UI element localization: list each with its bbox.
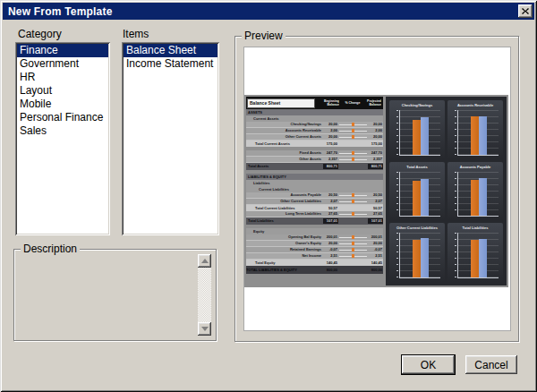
table-row: Total Equity140,45140,45 (246, 260, 383, 266)
beginning-balance-value: 175,00 (323, 142, 338, 146)
table-row: Current Liabilities (246, 186, 383, 192)
dialog-new-from-template: New From Template Category Items Finance… (0, 0, 537, 392)
projected-balance-value: 140,45 (368, 261, 383, 265)
close-button[interactable] (518, 4, 533, 18)
beginning-bar (471, 180, 479, 217)
chart-plot-area (399, 233, 440, 278)
change-slider (338, 192, 368, 198)
mini-bar-chart: Checking/Savings (389, 100, 445, 159)
description-groupbox: Description (13, 249, 217, 341)
beginning-bar (413, 181, 421, 217)
table-row: Accounts Payable20,5020,50 (246, 192, 383, 199)
table-row: Accounts Receivable2,002,00 (246, 128, 383, 134)
table-row: LIABILITIES & EQUITY (246, 174, 383, 180)
table-row: Owner's Equity20,0020,00 (246, 241, 383, 247)
row-label: Total Current Liabilities (246, 207, 323, 210)
items-list-item[interactable]: Balance Sheet (124, 44, 217, 57)
projected-bar (421, 238, 429, 277)
table-row: Liabilities (246, 180, 383, 186)
close-icon (522, 8, 529, 14)
column-header: % Change (342, 101, 363, 105)
table-row: Checking/Savings20,0020,00 (246, 122, 383, 128)
mini-bar-chart: Accounts Receivable (448, 100, 503, 159)
row-label: Fixed Assets (246, 151, 323, 155)
chart-plot-area (399, 110, 440, 156)
category-list-item[interactable]: Finance (17, 44, 108, 57)
projected-balance-value: 20,00 (368, 123, 383, 126)
cancel-button[interactable]: Cancel (465, 355, 517, 374)
projected-bar (421, 179, 429, 217)
row-label: Equity (246, 230, 383, 234)
table-row: Total Current Assets175,00175,00 (246, 141, 383, 147)
mini-bar-chart: Total Assets (389, 162, 445, 221)
description-scrollbar[interactable] (198, 254, 211, 336)
table-title: Balance Sheet (247, 98, 315, 108)
chart-plot-area (457, 172, 499, 217)
change-slider (338, 217, 368, 225)
column-header: Beginning Balance (320, 99, 339, 107)
row-label: ASSETS (246, 111, 383, 115)
projected-balance-value: 2,357 (368, 158, 383, 161)
scroll-up-button[interactable] (198, 254, 211, 268)
chart-title: Other Current Liabilities (392, 225, 442, 232)
category-list-item[interactable]: Personal Finance (17, 111, 108, 124)
change-slider (338, 163, 368, 170)
charts-panel: Checking/SavingsAccounts ReceivableTotal… (386, 97, 507, 285)
row-label: Total Liabilities (246, 219, 323, 223)
projected-bar (479, 116, 487, 155)
row-label: TOTAL LIABILITIES & EQUITY (246, 268, 323, 272)
mini-bar-chart: Accounts Payable (448, 162, 503, 221)
change-slider (338, 266, 368, 274)
column-header: Projected Balance (363, 99, 381, 107)
category-list-item[interactable]: HR (17, 71, 108, 84)
row-label: Retained Earnings (246, 248, 323, 251)
balance-sheet-table: Balance SheetBeginning Balance% ChangePr… (246, 97, 383, 285)
beginning-balance-value: 20,00 (323, 242, 338, 245)
items-list-item[interactable]: Income Statement (124, 57, 217, 71)
arrow-down-icon (201, 327, 209, 331)
table-row: Equity (246, 228, 383, 234)
titlebar[interactable]: New From Template (3, 3, 534, 20)
row-label: Other Current Liabilities (246, 200, 323, 203)
projected-balance-value: 800,00 (368, 268, 383, 272)
items-listbox[interactable]: Balance SheetIncome Statement (122, 42, 219, 235)
row-label: Total Current Assets (246, 142, 323, 146)
beginning-bar (471, 116, 479, 155)
change-slider (338, 134, 368, 140)
table-row: Total Assets800,71800,71 (246, 163, 383, 170)
change-slider (338, 122, 368, 127)
template-preview-image: Balance SheetBeginning Balance% ChangePr… (244, 95, 508, 287)
change-slider (338, 141, 368, 147)
category-list-item[interactable]: Sales (17, 124, 108, 138)
beginning-balance-value: 800,00 (323, 268, 338, 272)
beginning-balance-value: 2,00 (323, 129, 338, 132)
table-row: Current Assets (246, 115, 383, 122)
scrollbar-track[interactable] (198, 268, 211, 322)
change-slider (338, 157, 368, 162)
ok-button[interactable]: OK (401, 354, 456, 375)
change-slider (338, 211, 368, 217)
beginning-balance-value: 2,07 (323, 200, 338, 203)
projected-balance-value: 20,00 (368, 135, 383, 139)
table-row: Other Current Assets20,0020,00 (246, 134, 383, 141)
projected-balance-value: 200,01 (368, 235, 383, 239)
change-slider (338, 247, 368, 252)
category-list-item[interactable]: Layout (17, 84, 108, 98)
category-listbox[interactable]: FinanceGovernmentHRLayoutMobilePersonal … (15, 42, 110, 235)
row-label: Total Equity (246, 261, 323, 265)
category-list-item[interactable]: Government (17, 57, 108, 71)
scroll-down-button[interactable] (198, 322, 211, 336)
row-label: Opening Bal Equity (246, 235, 323, 239)
category-list-item[interactable]: Mobile (17, 98, 108, 111)
projected-balance-value: 2,07 (368, 200, 383, 203)
table-row: Net Income2,512,51 (246, 253, 383, 260)
row-label: Other Assets (246, 158, 323, 161)
beginning-balance-value: 800,71 (323, 164, 338, 169)
change-slider (338, 199, 368, 204)
row-label: Checking/Savings (246, 123, 323, 126)
row-label: Other Current Assets (246, 135, 323, 139)
projected-balance-value: 20,50 (368, 193, 383, 197)
projected-balance-value: 175,00 (368, 142, 383, 146)
change-slider (338, 234, 368, 240)
projected-bar (479, 239, 487, 277)
